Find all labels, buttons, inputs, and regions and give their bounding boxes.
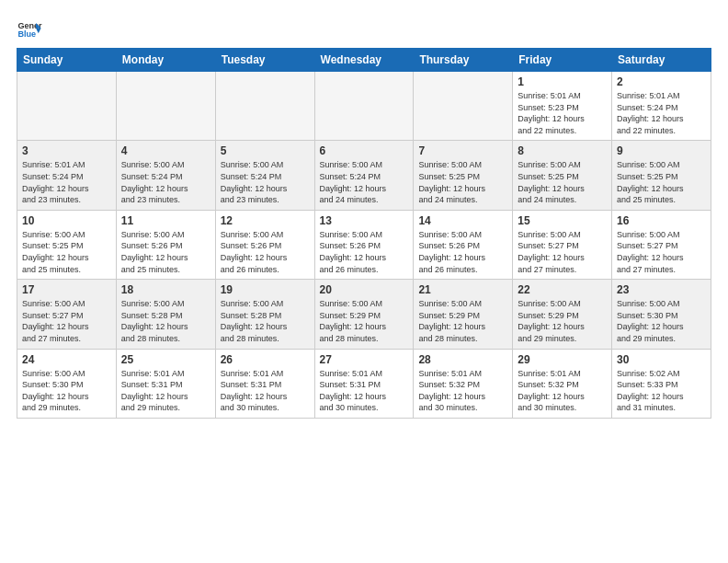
header: General Blue	[17, 17, 711, 42]
day-number: 5	[221, 144, 310, 157]
day-info: Sunrise: 5:00 AM Sunset: 5:25 PM Dayligh…	[418, 159, 507, 205]
day-info: Sunrise: 5:00 AM Sunset: 5:29 PM Dayligh…	[518, 298, 607, 344]
day-info: Sunrise: 5:00 AM Sunset: 5:24 PM Dayligh…	[221, 159, 310, 205]
calendar-cell	[314, 72, 414, 141]
logo-icon: General Blue	[17, 17, 42, 42]
calendar-cell: 17Sunrise: 5:00 AM Sunset: 5:27 PM Dayli…	[17, 280, 117, 349]
day-info: Sunrise: 5:01 AM Sunset: 5:31 PM Dayligh…	[221, 368, 310, 414]
day-number: 12	[221, 214, 310, 227]
calendar-header-row: SundayMondayTuesdayWednesdayThursdayFrid…	[17, 49, 711, 72]
day-number: 9	[617, 144, 706, 157]
day-number: 10	[22, 214, 111, 227]
day-number: 1	[518, 75, 607, 88]
day-number: 7	[418, 144, 507, 157]
day-info: Sunrise: 5:00 AM Sunset: 5:30 PM Dayligh…	[617, 298, 706, 344]
calendar-cell: 28Sunrise: 5:01 AM Sunset: 5:32 PM Dayli…	[414, 349, 513, 418]
calendar-cell	[414, 72, 513, 141]
day-info: Sunrise: 5:00 AM Sunset: 5:24 PM Dayligh…	[121, 159, 210, 205]
calendar-cell: 4Sunrise: 5:00 AM Sunset: 5:24 PM Daylig…	[116, 141, 215, 210]
calendar-cell: 8Sunrise: 5:00 AM Sunset: 5:25 PM Daylig…	[513, 141, 612, 210]
svg-marker-3	[36, 29, 41, 34]
calendar-week-row: 1Sunrise: 5:01 AM Sunset: 5:23 PM Daylig…	[17, 72, 711, 141]
day-number: 21	[418, 283, 507, 296]
day-number: 29	[518, 353, 607, 366]
calendar-cell: 30Sunrise: 5:02 AM Sunset: 5:33 PM Dayli…	[612, 349, 711, 418]
calendar-week-row: 3Sunrise: 5:01 AM Sunset: 5:24 PM Daylig…	[17, 141, 711, 210]
calendar-cell: 10Sunrise: 5:00 AM Sunset: 5:25 PM Dayli…	[17, 210, 117, 279]
day-number: 26	[221, 353, 310, 366]
calendar-cell: 18Sunrise: 5:00 AM Sunset: 5:28 PM Dayli…	[116, 280, 215, 349]
column-header-monday: Monday	[116, 49, 215, 72]
day-number: 3	[22, 144, 111, 157]
column-header-friday: Friday	[513, 49, 612, 72]
calendar-cell: 22Sunrise: 5:00 AM Sunset: 5:29 PM Dayli…	[513, 280, 612, 349]
day-info: Sunrise: 5:00 AM Sunset: 5:26 PM Dayligh…	[221, 229, 310, 275]
calendar-cell	[17, 72, 117, 141]
day-number: 14	[418, 214, 507, 227]
day-info: Sunrise: 5:00 AM Sunset: 5:27 PM Dayligh…	[518, 229, 607, 275]
calendar-cell: 13Sunrise: 5:00 AM Sunset: 5:26 PM Dayli…	[314, 210, 414, 279]
column-header-thursday: Thursday	[414, 49, 513, 72]
calendar-cell: 19Sunrise: 5:00 AM Sunset: 5:28 PM Dayli…	[215, 280, 314, 349]
calendar-table: SundayMondayTuesdayWednesdayThursdayFrid…	[17, 48, 711, 419]
day-number: 28	[418, 353, 507, 366]
logo: General Blue	[17, 17, 42, 42]
page: General Blue SundayMondayTuesdayWednesda…	[0, 0, 728, 435]
column-header-sunday: Sunday	[17, 49, 117, 72]
day-info: Sunrise: 5:00 AM Sunset: 5:26 PM Dayligh…	[320, 229, 409, 275]
day-number: 18	[121, 283, 210, 296]
day-info: Sunrise: 5:00 AM Sunset: 5:28 PM Dayligh…	[221, 298, 310, 344]
day-number: 13	[320, 214, 409, 227]
calendar-cell	[215, 72, 314, 141]
day-info: Sunrise: 5:00 AM Sunset: 5:29 PM Dayligh…	[320, 298, 409, 344]
calendar-cell: 27Sunrise: 5:01 AM Sunset: 5:31 PM Dayli…	[314, 349, 414, 418]
calendar-cell: 16Sunrise: 5:00 AM Sunset: 5:27 PM Dayli…	[612, 210, 711, 279]
day-number: 16	[617, 214, 706, 227]
svg-text:Blue: Blue	[17, 29, 36, 39]
day-info: Sunrise: 5:00 AM Sunset: 5:26 PM Dayligh…	[418, 229, 507, 275]
calendar-cell: 26Sunrise: 5:01 AM Sunset: 5:31 PM Dayli…	[215, 349, 314, 418]
day-info: Sunrise: 5:00 AM Sunset: 5:27 PM Dayligh…	[617, 229, 706, 275]
day-number: 30	[617, 353, 706, 366]
calendar-cell: 14Sunrise: 5:00 AM Sunset: 5:26 PM Dayli…	[414, 210, 513, 279]
calendar-cell: 2Sunrise: 5:01 AM Sunset: 5:24 PM Daylig…	[612, 72, 711, 141]
day-number: 17	[22, 283, 111, 296]
day-info: Sunrise: 5:01 AM Sunset: 5:23 PM Dayligh…	[518, 90, 607, 136]
calendar-cell: 9Sunrise: 5:00 AM Sunset: 5:25 PM Daylig…	[612, 141, 711, 210]
day-info: Sunrise: 5:00 AM Sunset: 5:25 PM Dayligh…	[518, 159, 607, 205]
day-info: Sunrise: 5:00 AM Sunset: 5:27 PM Dayligh…	[22, 298, 111, 344]
day-number: 25	[121, 353, 210, 366]
column-header-saturday: Saturday	[612, 49, 711, 72]
day-info: Sunrise: 5:02 AM Sunset: 5:33 PM Dayligh…	[617, 368, 706, 414]
day-info: Sunrise: 5:00 AM Sunset: 5:30 PM Dayligh…	[22, 368, 111, 414]
calendar-cell	[116, 72, 215, 141]
calendar-week-row: 10Sunrise: 5:00 AM Sunset: 5:25 PM Dayli…	[17, 210, 711, 279]
calendar-week-row: 24Sunrise: 5:00 AM Sunset: 5:30 PM Dayli…	[17, 349, 711, 418]
day-number: 6	[320, 144, 409, 157]
column-header-tuesday: Tuesday	[215, 49, 314, 72]
calendar-week-row: 17Sunrise: 5:00 AM Sunset: 5:27 PM Dayli…	[17, 280, 711, 349]
calendar-cell: 12Sunrise: 5:00 AM Sunset: 5:26 PM Dayli…	[215, 210, 314, 279]
column-header-wednesday: Wednesday	[314, 49, 414, 72]
day-number: 27	[320, 353, 409, 366]
day-info: Sunrise: 5:01 AM Sunset: 5:24 PM Dayligh…	[22, 159, 111, 205]
calendar-cell: 21Sunrise: 5:00 AM Sunset: 5:29 PM Dayli…	[414, 280, 513, 349]
day-number: 20	[320, 283, 409, 296]
calendar-cell: 7Sunrise: 5:00 AM Sunset: 5:25 PM Daylig…	[414, 141, 513, 210]
day-number: 19	[221, 283, 310, 296]
calendar-cell: 6Sunrise: 5:00 AM Sunset: 5:24 PM Daylig…	[314, 141, 414, 210]
day-number: 23	[617, 283, 706, 296]
calendar-cell: 15Sunrise: 5:00 AM Sunset: 5:27 PM Dayli…	[513, 210, 612, 279]
calendar-cell: 25Sunrise: 5:01 AM Sunset: 5:31 PM Dayli…	[116, 349, 215, 418]
calendar-cell: 3Sunrise: 5:01 AM Sunset: 5:24 PM Daylig…	[17, 141, 117, 210]
day-info: Sunrise: 5:00 AM Sunset: 5:26 PM Dayligh…	[121, 229, 210, 275]
day-info: Sunrise: 5:00 AM Sunset: 5:24 PM Dayligh…	[320, 159, 409, 205]
calendar-cell: 29Sunrise: 5:01 AM Sunset: 5:32 PM Dayli…	[513, 349, 612, 418]
day-number: 8	[518, 144, 607, 157]
calendar-cell: 1Sunrise: 5:01 AM Sunset: 5:23 PM Daylig…	[513, 72, 612, 141]
day-info: Sunrise: 5:01 AM Sunset: 5:24 PM Dayligh…	[617, 90, 706, 136]
calendar-cell: 5Sunrise: 5:00 AM Sunset: 5:24 PM Daylig…	[215, 141, 314, 210]
day-number: 24	[22, 353, 111, 366]
day-info: Sunrise: 5:01 AM Sunset: 5:32 PM Dayligh…	[418, 368, 507, 414]
day-info: Sunrise: 5:01 AM Sunset: 5:31 PM Dayligh…	[320, 368, 409, 414]
